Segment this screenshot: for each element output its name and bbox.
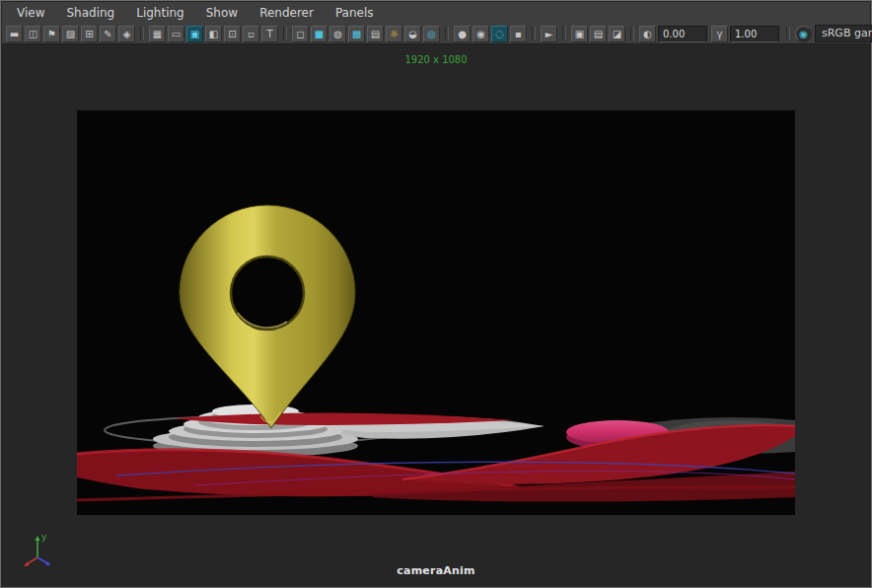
lights-icon[interactable]: ☼ xyxy=(386,26,402,42)
film-gate-icon[interactable]: ▭ xyxy=(168,26,184,42)
wireframe-icon[interactable]: ◻ xyxy=(292,26,309,42)
camera-name-label: cameraAnim xyxy=(397,564,474,577)
pan-zoom-icon[interactable]: ⊞ xyxy=(81,26,98,42)
xray-joints-icon[interactable]: ▤ xyxy=(590,26,607,42)
toolbar-separator xyxy=(283,27,287,40)
default-material-icon[interactable]: ▤ xyxy=(367,26,384,42)
select-tool-icon[interactable]: ► xyxy=(541,26,557,42)
exposure-icon[interactable]: ◐ xyxy=(639,26,656,42)
view-transform-icon[interactable]: ◉ xyxy=(795,26,812,42)
grid-icon[interactable]: ▦ xyxy=(149,26,166,42)
resolution-gate-icon[interactable]: ▣ xyxy=(186,26,203,42)
axis-y-label: y xyxy=(41,532,47,542)
camera-render-view[interactable] xyxy=(77,110,795,515)
smooth-shade-icon[interactable]: ■ xyxy=(311,26,327,42)
field-chart-icon[interactable]: ⊡ xyxy=(224,26,241,42)
textured-icon[interactable]: ▩ xyxy=(348,26,365,42)
viewport-area[interactable]: 1920 x 1080 xyxy=(2,44,870,586)
resolution-gate-label: 1920 x 1080 xyxy=(404,54,467,65)
panel-window: View Shading Lighting Show Renderer Pane… xyxy=(0,0,872,588)
fog-icon[interactable]: ◌ xyxy=(491,26,508,42)
camera-tools-icon[interactable]: ◈ xyxy=(118,26,135,42)
toolbar-separator xyxy=(786,27,790,40)
image-plane-icon[interactable]: ▨ xyxy=(62,26,79,42)
toolbar-separator xyxy=(630,27,634,40)
gamma-icon[interactable]: γ xyxy=(711,26,728,42)
wireframe-on-shaded-icon[interactable]: ◍ xyxy=(329,26,346,42)
gate-mask-icon[interactable]: ◧ xyxy=(205,26,222,42)
shadows-icon[interactable]: ◒ xyxy=(404,26,421,42)
panel-toolbar: ▬ ◫ ⚑ ▨ ⊞ ✎ ◈ ▦ ▭ ▣ ◧ ⊡ ▫ T ◻ ■ ◍ ▩ ▤ ☼ … xyxy=(2,24,870,44)
select-camera-icon[interactable]: ▬ xyxy=(6,26,23,42)
toolbar-separator xyxy=(445,27,449,40)
gamma-input[interactable] xyxy=(730,26,779,42)
axis-gizmo: y xyxy=(18,529,57,568)
toolbar-separator xyxy=(532,27,536,40)
menu-shading[interactable]: Shading xyxy=(55,2,125,24)
menu-renderer[interactable]: Renderer xyxy=(249,2,325,24)
exposure-input[interactable] xyxy=(658,26,707,42)
toolbar-separator xyxy=(140,27,144,40)
camera-attributes-icon[interactable]: ◫ xyxy=(25,26,41,42)
menu-view[interactable]: View xyxy=(6,2,55,24)
view-transform-dropdown[interactable]: sRGB gamma xyxy=(815,25,872,42)
isolate-view-icon[interactable]: ◉ xyxy=(472,26,489,42)
maya-viewport-panel: View Shading Lighting Show Renderer Pane… xyxy=(0,0,872,588)
grease-pencil-icon[interactable]: ✎ xyxy=(100,26,116,42)
ssao-icon[interactable]: ◎ xyxy=(423,26,440,42)
bookmark-icon[interactable]: ⚑ xyxy=(43,26,60,42)
toolbar-separator xyxy=(562,27,566,40)
menu-panels[interactable]: Panels xyxy=(325,2,385,24)
plain-square-icon[interactable]: ▪ xyxy=(510,26,527,42)
menu-show[interactable]: Show xyxy=(195,2,249,24)
isolate-select-icon[interactable]: ● xyxy=(454,26,471,42)
safe-title-icon[interactable]: T xyxy=(261,26,278,42)
panel-menubar: View Shading Lighting Show Renderer Pane… xyxy=(2,2,870,25)
menu-lighting[interactable]: Lighting xyxy=(125,2,195,24)
xray-icon[interactable]: ▣ xyxy=(571,26,588,42)
safe-action-icon[interactable]: ▫ xyxy=(243,26,259,42)
xray-active-icon[interactable]: ◪ xyxy=(609,26,625,42)
